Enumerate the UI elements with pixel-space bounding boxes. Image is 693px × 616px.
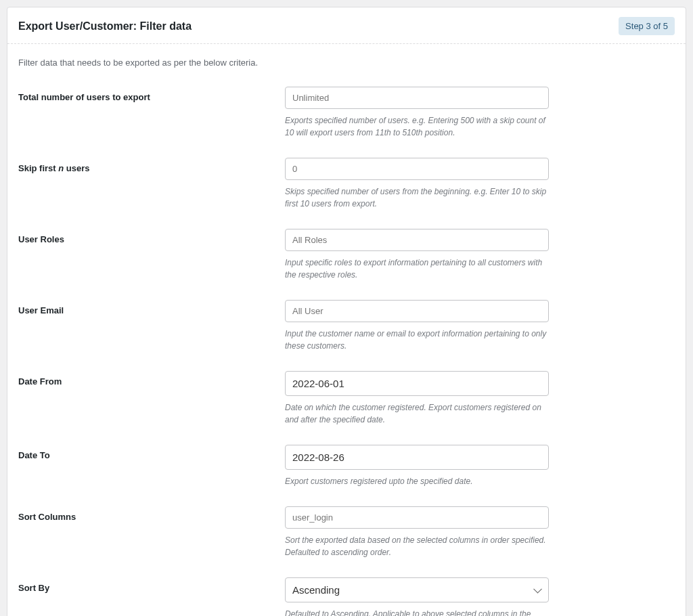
- input-date-from[interactable]: [285, 371, 549, 396]
- export-filter-panel: Export User/Customer: Filter data Step 3…: [7, 7, 686, 616]
- filter-description: Filter data that needs to be exported as…: [18, 58, 675, 68]
- label-skip-users: Skip first n users: [18, 158, 285, 173]
- field-skip-users: Skip first n users Skips specified numbe…: [18, 158, 675, 210]
- help-total-users: Exports specified number of users. e.g. …: [285, 114, 549, 139]
- label-sort-by: Sort By: [18, 577, 285, 593]
- label-date-to: Date To: [18, 445, 285, 460]
- input-user-roles[interactable]: [285, 229, 549, 251]
- input-user-email[interactable]: [285, 300, 549, 322]
- label-sort-columns: Sort Columns: [18, 506, 285, 522]
- label-user-email: User Email: [18, 300, 285, 315]
- label-date-from: Date From: [18, 371, 285, 387]
- label-total-users: Total number of users to export: [18, 87, 285, 102]
- field-sort-by: Sort By Ascending Defaulted to Ascending…: [18, 577, 675, 616]
- field-user-roles: User Roles Input specific roles to expor…: [18, 229, 675, 281]
- select-sort-by[interactable]: Ascending: [285, 577, 549, 602]
- help-date-to: Export customers registered upto the spe…: [285, 475, 549, 487]
- help-user-email: Input the customer name or email to expo…: [285, 328, 549, 352]
- input-total-users[interactable]: [285, 87, 549, 109]
- field-sort-columns: Sort Columns Sort the exported data base…: [18, 506, 675, 558]
- page-title: Export User/Customer: Filter data: [18, 20, 192, 32]
- help-date-from: Date on which the customer registered. E…: [285, 401, 549, 426]
- input-skip-users[interactable]: [285, 158, 549, 180]
- panel-header: Export User/Customer: Filter data Step 3…: [7, 7, 686, 44]
- field-date-from: Date From Date on which the customer reg…: [18, 371, 675, 426]
- help-user-roles: Input specific roles to export informati…: [285, 257, 549, 281]
- field-user-email: User Email Input the customer name or em…: [18, 300, 675, 352]
- field-date-to: Date To Export customers registered upto…: [18, 445, 675, 487]
- panel-body: Filter data that needs to be exported as…: [7, 44, 686, 616]
- field-total-users: Total number of users to export Exports …: [18, 87, 675, 139]
- input-date-to[interactable]: [285, 445, 549, 470]
- input-sort-columns[interactable]: [285, 506, 549, 529]
- label-user-roles: User Roles: [18, 229, 285, 244]
- help-skip-users: Skips specified number of users from the…: [285, 185, 549, 210]
- help-sort-columns: Sort the exported data based on the sele…: [285, 534, 549, 558]
- help-sort-by: Defaulted to Ascending. Applicable to ab…: [285, 608, 549, 616]
- step-indicator-badge: Step 3 of 5: [619, 17, 675, 35]
